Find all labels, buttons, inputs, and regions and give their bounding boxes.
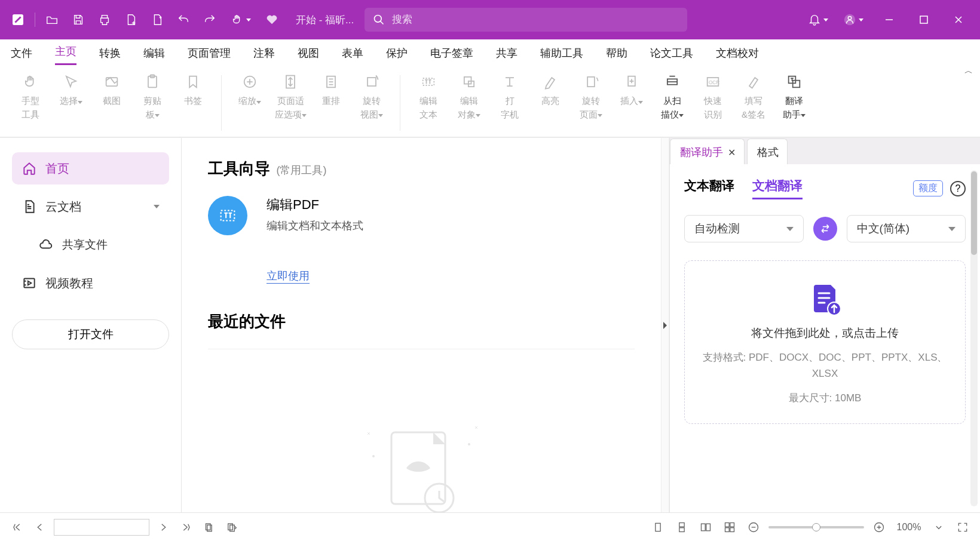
page-number-input[interactable]	[54, 519, 149, 536]
user-icon[interactable]	[837, 8, 870, 32]
menu-thesis[interactable]: 论文工具	[650, 46, 693, 65]
menu-protect[interactable]: 保护	[386, 46, 408, 65]
view-two-continuous-icon[interactable]	[721, 518, 739, 536]
ribbon-clipboard[interactable]: 剪贴板	[134, 69, 171, 121]
ribbon-reflow[interactable]: 重排	[313, 69, 350, 108]
ribbon-translate[interactable]: 翻译助手	[776, 69, 813, 121]
tab-format[interactable]: 格式	[747, 139, 788, 164]
ribbon-screenshot[interactable]: 截图	[93, 69, 130, 108]
divider	[35, 13, 35, 27]
lang-to-select[interactable]: 中文(简体)	[847, 215, 966, 242]
undo-icon[interactable]	[172, 8, 195, 32]
panel-collapse-handle[interactable]	[661, 138, 669, 512]
ribbon-rotate-view[interactable]: 旋转视图	[353, 69, 390, 121]
menu-pagemgmt[interactable]: 页面管理	[188, 46, 231, 65]
tab-close-icon[interactable]: ✕	[728, 147, 736, 158]
menu-file[interactable]: 文件	[11, 46, 32, 65]
ribbon-edit-text[interactable]: 编辑文本	[410, 69, 447, 121]
zoom-slider-knob[interactable]	[812, 523, 820, 531]
last-page-button[interactable]	[177, 518, 195, 536]
menu-accessibility[interactable]: 辅助工具	[540, 46, 583, 65]
video-icon	[22, 275, 37, 291]
ribbon-hand-tool[interactable]: 手型工具	[12, 69, 49, 121]
sidebar-home-label: 首页	[45, 161, 69, 177]
bell-icon[interactable]	[803, 8, 833, 32]
ribbon-zoom[interactable]: 缩放	[231, 69, 268, 108]
zoom-dropdown-icon[interactable]	[930, 518, 948, 536]
ribbon-collapse-icon[interactable]: ︿	[964, 66, 973, 76]
help-icon[interactable]: ?	[950, 181, 966, 196]
quota-badge[interactable]: 额度	[913, 180, 943, 196]
save-icon[interactable]	[66, 8, 90, 32]
redo-icon[interactable]	[198, 8, 222, 32]
menu-convert[interactable]: 转换	[99, 46, 121, 65]
menu-home[interactable]: 主页	[55, 44, 76, 65]
zoom-slider[interactable]	[768, 526, 864, 528]
ribbon-fit[interactable]: 页面适应选项	[272, 69, 309, 121]
tab-translate[interactable]: 翻译助手 ✕	[670, 139, 745, 164]
menu-view[interactable]: 视图	[298, 46, 319, 65]
sidebar-video-tutorial[interactable]: 视频教程	[12, 267, 169, 299]
lang-from-label: 自动检测	[694, 221, 740, 236]
hand-dropdown-icon[interactable]	[224, 8, 258, 32]
ribbon-highlight[interactable]: 高亮	[532, 69, 569, 108]
scrollbar-thumb[interactable]	[971, 171, 977, 255]
scrollbar[interactable]	[970, 170, 978, 506]
open-folder-icon[interactable]	[40, 8, 64, 32]
ribbon-from-scanner[interactable]: 从扫描仪	[654, 69, 691, 121]
ribbon-fill-sign[interactable]: 填写&签名	[735, 69, 772, 121]
document-title: 开始 - 福昕...	[296, 13, 354, 27]
search-input[interactable]	[392, 14, 679, 26]
subtab-doc-translate[interactable]: 文档翻译	[752, 177, 803, 199]
app-logo-icon[interactable]	[6, 8, 30, 32]
ribbon-typewriter[interactable]: 打字机	[491, 69, 528, 121]
divider	[208, 349, 635, 349]
zoom-out-button[interactable]	[745, 518, 762, 536]
view-two-page-icon[interactable]	[697, 518, 715, 536]
menu-sign[interactable]: 电子签章	[430, 46, 473, 65]
menu-comment[interactable]: 注释	[253, 46, 275, 65]
view-continuous-icon[interactable]	[673, 518, 691, 536]
maximize-button[interactable]	[908, 8, 939, 32]
heart-icon[interactable]	[260, 8, 284, 32]
zoom-value: 100%	[894, 522, 924, 533]
chevron-down-icon	[948, 227, 956, 231]
subtab-text-translate[interactable]: 文本翻译	[684, 177, 734, 199]
ribbon-insert[interactable]: 插入	[613, 69, 650, 108]
tool-use-link[interactable]: 立即使用	[267, 269, 310, 284]
swap-lang-button[interactable]	[813, 217, 837, 241]
svg-rect-15	[587, 77, 595, 87]
menu-form[interactable]: 表单	[342, 46, 363, 65]
sidebar-cloud-docs[interactable]: 云文档	[12, 190, 169, 223]
lang-to-label: 中文(简体)	[857, 221, 910, 236]
sidebar-shared-files[interactable]: 共享文件	[12, 229, 169, 261]
ribbon-bookmark[interactable]: 书签	[174, 69, 212, 108]
ribbon-select[interactable]: 选择	[53, 69, 90, 108]
menu-proofread[interactable]: 文档校对	[716, 46, 759, 65]
fullscreen-button[interactable]	[954, 518, 972, 536]
next-page-button[interactable]	[154, 518, 172, 536]
page-copy1-icon[interactable]	[200, 518, 218, 536]
print-icon[interactable]	[93, 8, 117, 32]
sidebar-home[interactable]: 首页	[12, 152, 169, 185]
open-file-button[interactable]: 打开文件	[12, 319, 169, 349]
close-button[interactable]	[943, 8, 974, 32]
ribbon-edit-object[interactable]: 编辑对象	[451, 69, 488, 121]
lang-from-select[interactable]: 自动检测	[684, 215, 804, 242]
minimize-button[interactable]	[874, 8, 905, 32]
svg-rect-38	[725, 522, 730, 527]
menu-help[interactable]: 帮助	[606, 46, 627, 65]
file-plus-icon[interactable]	[119, 8, 143, 32]
menu-share[interactable]: 共享	[496, 46, 517, 65]
view-single-icon[interactable]	[649, 518, 667, 536]
upload-dropzone[interactable]: 将文件拖到此处，或点击上传 支持格式: PDF、DOCX、DOC、PPT、PPT…	[684, 260, 966, 424]
prev-page-button[interactable]	[31, 518, 49, 536]
zoom-in-button[interactable]	[870, 518, 888, 536]
menu-edit[interactable]: 编辑	[143, 46, 165, 65]
ribbon-ocr[interactable]: OCR快速识别	[694, 69, 731, 121]
search-box[interactable]	[365, 8, 687, 32]
page-copy2-icon[interactable]	[222, 518, 240, 536]
file-new-icon[interactable]	[145, 8, 169, 32]
first-page-button[interactable]	[8, 518, 26, 536]
ribbon-rotate-page[interactable]: 旋转页面	[572, 69, 610, 121]
